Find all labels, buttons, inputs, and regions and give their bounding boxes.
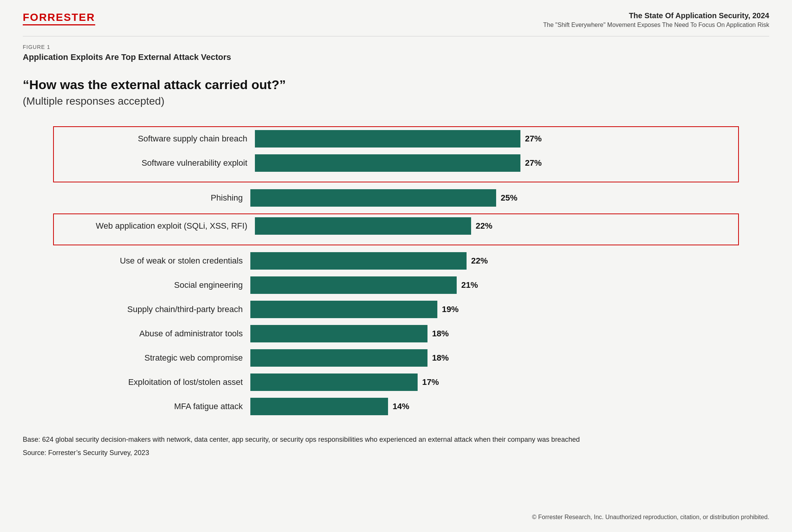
bar-container: 19% xyxy=(250,301,739,318)
bar-fill xyxy=(250,398,388,415)
bar-label: Phishing xyxy=(53,193,250,203)
bar-label: MFA fatigue attack xyxy=(53,402,250,411)
bar-container: 18% xyxy=(250,325,739,342)
main-question: “How was the external attack carried out… xyxy=(23,77,769,92)
bar-container: 21% xyxy=(250,276,739,294)
highlight-group-2: Web application exploit (SQLi, XSS, RFI)… xyxy=(53,213,739,245)
bar-fill xyxy=(250,373,418,391)
bar-row: Web application exploit (SQLi, XSS, RFI)… xyxy=(58,217,734,235)
page-header: FORRESTER The State Of Application Secur… xyxy=(23,11,769,28)
bar-row: Supply chain/third-party breach 19% xyxy=(53,301,739,318)
report-title: The State Of Application Security, 2024 xyxy=(543,11,769,20)
bar-row: Use of weak or stolen credentials 22% xyxy=(53,252,739,270)
header-right: The State Of Application Security, 2024 … xyxy=(543,11,769,28)
bar-container: 18% xyxy=(250,349,739,367)
bar-row-wrapper: Strategic web compromise 18% xyxy=(53,349,739,367)
forrester-logo: FORRESTER xyxy=(23,11,95,25)
footer-source: Source: Forrester’s Security Survey, 202… xyxy=(23,447,769,458)
bar-fill xyxy=(255,154,520,172)
bar-row-wrapper: Phishing 25% xyxy=(53,189,739,207)
bar-container: 22% xyxy=(250,252,739,270)
bar-value: 19% xyxy=(442,304,459,314)
bar-value: 27% xyxy=(525,158,542,168)
bar-label: Strategic web compromise xyxy=(53,353,250,363)
highlight-group-1: Software supply chain breach 27% Softwar… xyxy=(53,126,739,182)
bar-value: 21% xyxy=(461,280,478,290)
bar-row-wrapper: Social engineering 21% xyxy=(53,276,739,294)
bar-value: 22% xyxy=(476,221,492,231)
bar-container: 27% xyxy=(255,130,734,148)
header-divider xyxy=(23,36,769,36)
bar-fill xyxy=(255,130,520,148)
bar-row-wrapper: MFA fatigue attack 14% xyxy=(53,398,739,415)
chart-area: Software supply chain breach 27% Softwar… xyxy=(23,126,769,415)
bar-row: Phishing 25% xyxy=(53,189,739,207)
bar-container: 14% xyxy=(250,398,739,415)
bar-fill xyxy=(250,349,427,367)
bar-label: Web application exploit (SQLi, XSS, RFI) xyxy=(58,221,255,231)
footer-base: Base: 624 global security decision-maker… xyxy=(23,434,769,445)
bar-row: Social engineering 21% xyxy=(53,276,739,294)
bar-fill xyxy=(250,276,457,294)
bar-row-wrapper: Exploitation of lost/stolen asset 17% xyxy=(53,373,739,391)
bar-label: Social engineering xyxy=(53,280,250,290)
copyright: © Forrester Research, Inc. Unauthorized … xyxy=(532,514,769,521)
bar-container: 22% xyxy=(255,217,734,235)
bar-value: 18% xyxy=(432,353,449,363)
bar-row: Software supply chain breach 27% xyxy=(58,130,734,148)
bar-value: 22% xyxy=(471,256,488,266)
sub-question: (Multiple responses accepted) xyxy=(23,95,769,107)
bar-container: 27% xyxy=(255,154,734,172)
bar-value: 27% xyxy=(525,134,542,144)
bar-row: Strategic web compromise 18% xyxy=(53,349,739,367)
bar-container: 25% xyxy=(250,189,739,207)
bar-row: MFA fatigue attack 14% xyxy=(53,398,739,415)
bar-row: Software vulnerability exploit 27% xyxy=(58,154,734,172)
report-subtitle: The "Shift Everywhere" Movement Exposes … xyxy=(543,22,769,28)
bar-fill xyxy=(250,252,467,270)
bar-value: 17% xyxy=(422,377,439,387)
bar-row-wrapper: Use of weak or stolen credentials 22% xyxy=(53,252,739,270)
bar-container: 17% xyxy=(250,373,739,391)
bar-value: 18% xyxy=(432,329,449,339)
bar-row: Abuse of administrator tools 18% xyxy=(53,325,739,342)
bar-label: Supply chain/third-party breach xyxy=(53,304,250,314)
bar-value: 25% xyxy=(501,193,517,203)
footer-notes: Base: 624 global security decision-maker… xyxy=(23,434,769,458)
bar-row: Exploitation of lost/stolen asset 17% xyxy=(53,373,739,391)
bar-row-wrapper: Supply chain/third-party breach 19% xyxy=(53,301,739,318)
bar-label: Exploitation of lost/stolen asset xyxy=(53,377,250,387)
chart-title: Application Exploits Are Top External At… xyxy=(23,52,769,62)
bar-label: Use of weak or stolen credentials xyxy=(53,256,250,266)
bar-label: Software supply chain breach xyxy=(58,134,255,144)
bar-fill xyxy=(250,189,496,207)
bar-label: Abuse of administrator tools xyxy=(53,329,250,339)
bar-row-wrapper: Abuse of administrator tools 18% xyxy=(53,325,739,342)
bar-value: 14% xyxy=(393,402,409,411)
bar-fill xyxy=(250,325,427,342)
bar-label: Software vulnerability exploit xyxy=(58,158,255,168)
bar-fill xyxy=(255,217,471,235)
bar-fill xyxy=(250,301,437,318)
figure-label: FIGURE 1 xyxy=(23,44,769,50)
